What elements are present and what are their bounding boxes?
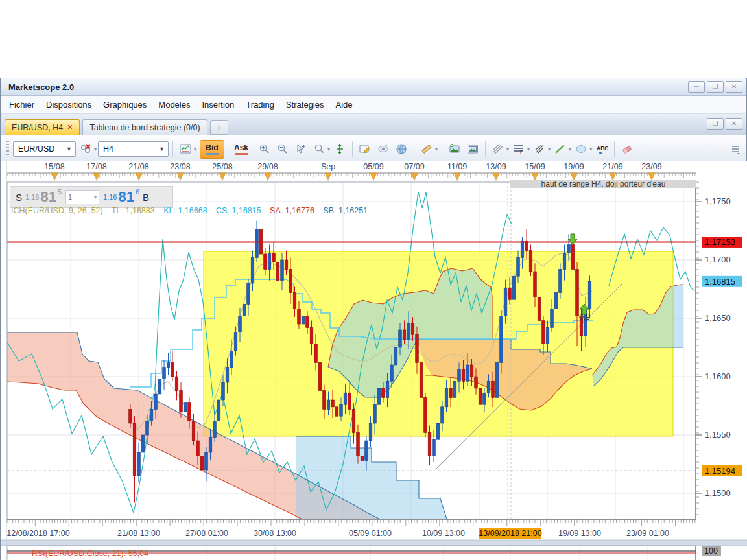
- fit-vertical-icon[interactable]: [331, 141, 348, 158]
- candle-body: [504, 288, 507, 316]
- amount-caret-icon[interactable]: ▾: [94, 194, 97, 200]
- line-tool-icon-caret[interactable]: ▾: [569, 146, 571, 152]
- menu-item-fichier[interactable]: Fichier: [3, 97, 40, 112]
- tab-eurusd-h4[interactable]: EUR/USD, H4 ✕: [5, 119, 80, 135]
- menu-item-strategies[interactable]: Strategies: [280, 97, 330, 112]
- tab-close-icon[interactable]: ✕: [67, 123, 73, 132]
- ruler-icon[interactable]: [418, 141, 435, 158]
- candle-body: [302, 316, 305, 324]
- title-bar[interactable]: Marketscope 2.0 ─ ❐ ✕: [1, 78, 746, 96]
- candle-body: [551, 309, 554, 328]
- toolbar-grip[interactable]: [6, 141, 9, 158]
- candle-body: [361, 456, 364, 460]
- svg-text:F: F: [520, 150, 523, 154]
- candle-body: [475, 377, 478, 388]
- bid-button[interactable]: Bid: [200, 140, 224, 159]
- add-image-icon[interactable]: [446, 141, 463, 158]
- candle-body: [175, 377, 178, 391]
- restore-button[interactable]: ❐: [707, 81, 724, 93]
- bottom-date-label-selected[interactable]: 13/09/2018 21:00: [479, 529, 541, 538]
- instrument-caret-icon[interactable]: ▼: [63, 146, 75, 152]
- top-date-label: 23/08: [170, 162, 190, 171]
- panel-splitter[interactable]: [1, 540, 747, 546]
- fib-tool-icon[interactable]: [490, 141, 506, 158]
- candle-body: [462, 369, 465, 381]
- toolbar-separator: [485, 141, 486, 158]
- buy-price-big[interactable]: 81: [118, 190, 134, 204]
- menu-item-dispositions[interactable]: Dispositions: [40, 97, 97, 112]
- line-tool-icon[interactable]: [552, 141, 569, 158]
- indicator-legend[interactable]: ICH(EUR/USD, 9, 26, 52) TL: 1,16883 KL: …: [11, 206, 374, 215]
- shape-tool-icon-caret[interactable]: ▾: [589, 146, 592, 152]
- tab-restore-button[interactable]: ❐: [707, 118, 724, 130]
- candle-body: [492, 381, 495, 397]
- menu-item-aide[interactable]: Aide: [330, 97, 359, 112]
- candle-body: [542, 321, 545, 344]
- candle-body: [243, 304, 246, 316]
- candle-body: [512, 276, 516, 299]
- candle-body: [251, 257, 254, 283]
- pitchfork-tool-icon[interactable]: [531, 141, 548, 158]
- menu-item-insertion[interactable]: Insertion: [196, 97, 240, 112]
- candle-body: [213, 421, 217, 437]
- minimize-button[interactable]: ─: [688, 81, 705, 93]
- candle-body: [298, 309, 301, 324]
- zoom-in-icon[interactable]: [256, 141, 273, 158]
- add-tab-button[interactable]: +: [210, 120, 228, 135]
- menu-item-modeles[interactable]: Modeles: [152, 97, 196, 112]
- bottom-date-label: 05/09 01:00: [349, 529, 392, 538]
- zoom-area-icon-caret[interactable]: ▾: [327, 146, 330, 152]
- web-icon[interactable]: [393, 141, 410, 158]
- text-tool-icon[interactable]: ABC: [593, 141, 610, 158]
- candle-body: [453, 381, 456, 397]
- close-button[interactable]: ✕: [726, 81, 742, 93]
- ask-button[interactable]: Ask: [230, 141, 253, 158]
- sell-letter: S: [14, 192, 24, 203]
- candle-body: [293, 292, 296, 309]
- candle-body: [394, 347, 397, 365]
- menu-item-graphiques[interactable]: Graphiques: [97, 97, 152, 112]
- candle-body: [331, 400, 335, 407]
- ask-label: Ask: [234, 144, 248, 152]
- ruler-icon-caret[interactable]: ▾: [435, 146, 438, 152]
- rsi-label[interactable]: RSI(EUR/USD.Close, 21): 55,04: [32, 549, 148, 558]
- zoom-cursor-icon[interactable]: [292, 141, 309, 158]
- zoom-out-icon[interactable]: [274, 141, 291, 158]
- visibility-icon[interactable]: [375, 141, 392, 158]
- timeframe-caret-icon[interactable]: ▼: [156, 146, 168, 152]
- top-date-label: 15/08: [44, 162, 64, 171]
- chart-annotation[interactable]: haut de range H4, doji porteur d'eau: [510, 180, 696, 188]
- chart-area[interactable]: 0,915/0817/0821/0823/0825/0829/08Sep05/0…: [1, 161, 747, 560]
- tab-strategy-dashboard[interactable]: Tableau de bord strategie (0/0): [82, 119, 207, 135]
- chart-type-icon[interactable]: [177, 141, 194, 158]
- bottom-date-label: 23/09 01:00: [626, 529, 669, 538]
- levels-tool-icon[interactable]: F: [510, 141, 527, 158]
- candle-body: [188, 402, 191, 421]
- unlink-icon-caret[interactable]: ▾: [94, 146, 97, 152]
- top-date-label: 15/09: [525, 162, 545, 171]
- shape-tool-icon[interactable]: [573, 141, 589, 158]
- instrument-select[interactable]: EUR/USD▼: [13, 141, 76, 157]
- tab-close-button[interactable]: ✕: [726, 118, 742, 130]
- pitchfork-tool-icon-caret[interactable]: ▾: [548, 146, 551, 152]
- zoom-area-icon[interactable]: [311, 141, 327, 158]
- unlink-icon[interactable]: [77, 141, 94, 158]
- eraser-icon[interactable]: [619, 141, 635, 158]
- toolbar: EUR/USD▼▾H4▼▾BidAsk▾▾▾F▾▾▾▾ABC: [1, 135, 746, 163]
- timeframe-select[interactable]: H4▼: [98, 141, 169, 157]
- levels-tool-icon-caret[interactable]: ▾: [527, 146, 530, 152]
- sell-price-big[interactable]: 81: [40, 190, 56, 204]
- frame-capture-icon[interactable]: [464, 141, 481, 158]
- chart-type-icon-caret[interactable]: ▾: [194, 146, 196, 152]
- candle-body: [133, 423, 136, 476]
- candle-body: [217, 400, 220, 421]
- candle-body: [323, 391, 326, 410]
- edit-chart-icon[interactable]: [357, 141, 374, 158]
- amount-input[interactable]: 1 ▾: [65, 190, 99, 204]
- fib-tool-icon-caret[interactable]: ▾: [506, 146, 509, 152]
- candle-body: [146, 421, 149, 435]
- candle-body: [449, 388, 453, 397]
- menu-item-trading[interactable]: Trading: [240, 97, 280, 112]
- candle-body: [479, 388, 482, 404]
- toolbar-menu-icon[interactable]: [727, 141, 744, 158]
